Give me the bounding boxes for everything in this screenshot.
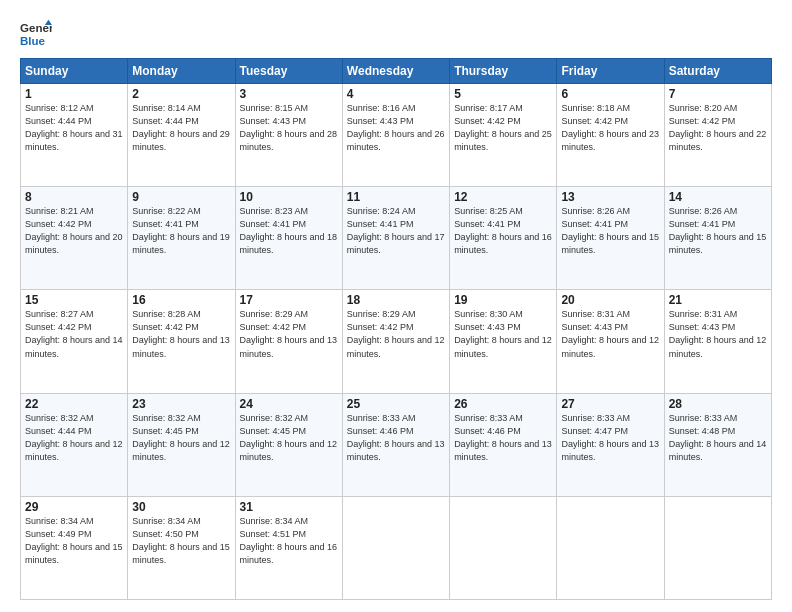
day-info: Sunrise: 8:29 AMSunset: 4:42 PMDaylight:… [347, 309, 445, 358]
logo: General Blue [20, 18, 28, 50]
day-number: 4 [347, 87, 445, 101]
day-number: 17 [240, 293, 338, 307]
calendar-week-3: 15Sunrise: 8:27 AMSunset: 4:42 PMDayligh… [21, 290, 772, 393]
day-number: 29 [25, 500, 123, 514]
calendar-cell: 18Sunrise: 8:29 AMSunset: 4:42 PMDayligh… [342, 290, 449, 393]
day-number: 25 [347, 397, 445, 411]
calendar-cell: 15Sunrise: 8:27 AMSunset: 4:42 PMDayligh… [21, 290, 128, 393]
day-number: 16 [132, 293, 230, 307]
day-info: Sunrise: 8:33 AMSunset: 4:46 PMDaylight:… [454, 413, 552, 462]
page: General Blue SundayMondayTuesdayWednesda… [0, 0, 792, 612]
calendar-cell [557, 496, 664, 599]
calendar-cell [342, 496, 449, 599]
calendar-header-sunday: Sunday [21, 59, 128, 84]
calendar-table: SundayMondayTuesdayWednesdayThursdayFrid… [20, 58, 772, 600]
day-info: Sunrise: 8:34 AMSunset: 4:51 PMDaylight:… [240, 516, 338, 565]
day-number: 15 [25, 293, 123, 307]
day-number: 3 [240, 87, 338, 101]
day-info: Sunrise: 8:14 AMSunset: 4:44 PMDaylight:… [132, 103, 230, 152]
calendar-cell: 12Sunrise: 8:25 AMSunset: 4:41 PMDayligh… [450, 187, 557, 290]
day-info: Sunrise: 8:15 AMSunset: 4:43 PMDaylight:… [240, 103, 338, 152]
day-info: Sunrise: 8:18 AMSunset: 4:42 PMDaylight:… [561, 103, 659, 152]
calendar-week-2: 8Sunrise: 8:21 AMSunset: 4:42 PMDaylight… [21, 187, 772, 290]
day-info: Sunrise: 8:31 AMSunset: 4:43 PMDaylight:… [669, 309, 767, 358]
day-info: Sunrise: 8:31 AMSunset: 4:43 PMDaylight:… [561, 309, 659, 358]
day-info: Sunrise: 8:32 AMSunset: 4:45 PMDaylight:… [132, 413, 230, 462]
calendar-cell [664, 496, 771, 599]
day-number: 30 [132, 500, 230, 514]
calendar-cell: 10Sunrise: 8:23 AMSunset: 4:41 PMDayligh… [235, 187, 342, 290]
day-number: 19 [454, 293, 552, 307]
calendar-cell: 6Sunrise: 8:18 AMSunset: 4:42 PMDaylight… [557, 84, 664, 187]
day-number: 31 [240, 500, 338, 514]
day-info: Sunrise: 8:32 AMSunset: 4:45 PMDaylight:… [240, 413, 338, 462]
calendar-header-row: SundayMondayTuesdayWednesdayThursdayFrid… [21, 59, 772, 84]
calendar-header-tuesday: Tuesday [235, 59, 342, 84]
day-info: Sunrise: 8:27 AMSunset: 4:42 PMDaylight:… [25, 309, 123, 358]
day-number: 27 [561, 397, 659, 411]
day-info: Sunrise: 8:30 AMSunset: 4:43 PMDaylight:… [454, 309, 552, 358]
logo-icon: General Blue [20, 18, 52, 50]
day-info: Sunrise: 8:25 AMSunset: 4:41 PMDaylight:… [454, 206, 552, 255]
day-number: 28 [669, 397, 767, 411]
day-info: Sunrise: 8:24 AMSunset: 4:41 PMDaylight:… [347, 206, 445, 255]
calendar-cell: 20Sunrise: 8:31 AMSunset: 4:43 PMDayligh… [557, 290, 664, 393]
day-info: Sunrise: 8:16 AMSunset: 4:43 PMDaylight:… [347, 103, 445, 152]
day-number: 7 [669, 87, 767, 101]
day-number: 2 [132, 87, 230, 101]
day-info: Sunrise: 8:21 AMSunset: 4:42 PMDaylight:… [25, 206, 123, 255]
calendar-cell: 14Sunrise: 8:26 AMSunset: 4:41 PMDayligh… [664, 187, 771, 290]
day-info: Sunrise: 8:23 AMSunset: 4:41 PMDaylight:… [240, 206, 338, 255]
calendar-cell [450, 496, 557, 599]
day-number: 23 [132, 397, 230, 411]
calendar-cell: 2Sunrise: 8:14 AMSunset: 4:44 PMDaylight… [128, 84, 235, 187]
calendar-cell: 5Sunrise: 8:17 AMSunset: 4:42 PMDaylight… [450, 84, 557, 187]
calendar-cell: 8Sunrise: 8:21 AMSunset: 4:42 PMDaylight… [21, 187, 128, 290]
calendar-header-wednesday: Wednesday [342, 59, 449, 84]
day-info: Sunrise: 8:12 AMSunset: 4:44 PMDaylight:… [25, 103, 123, 152]
day-info: Sunrise: 8:33 AMSunset: 4:47 PMDaylight:… [561, 413, 659, 462]
calendar-cell: 13Sunrise: 8:26 AMSunset: 4:41 PMDayligh… [557, 187, 664, 290]
calendar-cell: 19Sunrise: 8:30 AMSunset: 4:43 PMDayligh… [450, 290, 557, 393]
calendar-cell: 24Sunrise: 8:32 AMSunset: 4:45 PMDayligh… [235, 393, 342, 496]
calendar-cell: 9Sunrise: 8:22 AMSunset: 4:41 PMDaylight… [128, 187, 235, 290]
day-number: 20 [561, 293, 659, 307]
day-number: 6 [561, 87, 659, 101]
calendar-cell: 1Sunrise: 8:12 AMSunset: 4:44 PMDaylight… [21, 84, 128, 187]
calendar-header-monday: Monday [128, 59, 235, 84]
calendar-header-friday: Friday [557, 59, 664, 84]
day-info: Sunrise: 8:34 AMSunset: 4:49 PMDaylight:… [25, 516, 123, 565]
day-info: Sunrise: 8:32 AMSunset: 4:44 PMDaylight:… [25, 413, 123, 462]
day-number: 8 [25, 190, 123, 204]
calendar-header-saturday: Saturday [664, 59, 771, 84]
day-number: 22 [25, 397, 123, 411]
day-number: 21 [669, 293, 767, 307]
day-info: Sunrise: 8:29 AMSunset: 4:42 PMDaylight:… [240, 309, 338, 358]
calendar-cell: 26Sunrise: 8:33 AMSunset: 4:46 PMDayligh… [450, 393, 557, 496]
calendar-header-thursday: Thursday [450, 59, 557, 84]
day-number: 1 [25, 87, 123, 101]
day-info: Sunrise: 8:28 AMSunset: 4:42 PMDaylight:… [132, 309, 230, 358]
day-number: 11 [347, 190, 445, 204]
day-info: Sunrise: 8:20 AMSunset: 4:42 PMDaylight:… [669, 103, 767, 152]
day-number: 9 [132, 190, 230, 204]
day-number: 24 [240, 397, 338, 411]
day-info: Sunrise: 8:22 AMSunset: 4:41 PMDaylight:… [132, 206, 230, 255]
calendar-cell: 7Sunrise: 8:20 AMSunset: 4:42 PMDaylight… [664, 84, 771, 187]
day-info: Sunrise: 8:26 AMSunset: 4:41 PMDaylight:… [669, 206, 767, 255]
calendar-week-4: 22Sunrise: 8:32 AMSunset: 4:44 PMDayligh… [21, 393, 772, 496]
calendar-week-5: 29Sunrise: 8:34 AMSunset: 4:49 PMDayligh… [21, 496, 772, 599]
calendar-cell: 3Sunrise: 8:15 AMSunset: 4:43 PMDaylight… [235, 84, 342, 187]
calendar-cell: 23Sunrise: 8:32 AMSunset: 4:45 PMDayligh… [128, 393, 235, 496]
day-info: Sunrise: 8:33 AMSunset: 4:48 PMDaylight:… [669, 413, 767, 462]
calendar-cell: 21Sunrise: 8:31 AMSunset: 4:43 PMDayligh… [664, 290, 771, 393]
calendar-cell: 16Sunrise: 8:28 AMSunset: 4:42 PMDayligh… [128, 290, 235, 393]
day-number: 5 [454, 87, 552, 101]
day-info: Sunrise: 8:33 AMSunset: 4:46 PMDaylight:… [347, 413, 445, 462]
calendar-cell: 31Sunrise: 8:34 AMSunset: 4:51 PMDayligh… [235, 496, 342, 599]
calendar-cell: 30Sunrise: 8:34 AMSunset: 4:50 PMDayligh… [128, 496, 235, 599]
calendar-cell: 27Sunrise: 8:33 AMSunset: 4:47 PMDayligh… [557, 393, 664, 496]
day-number: 18 [347, 293, 445, 307]
day-number: 14 [669, 190, 767, 204]
calendar-cell: 28Sunrise: 8:33 AMSunset: 4:48 PMDayligh… [664, 393, 771, 496]
